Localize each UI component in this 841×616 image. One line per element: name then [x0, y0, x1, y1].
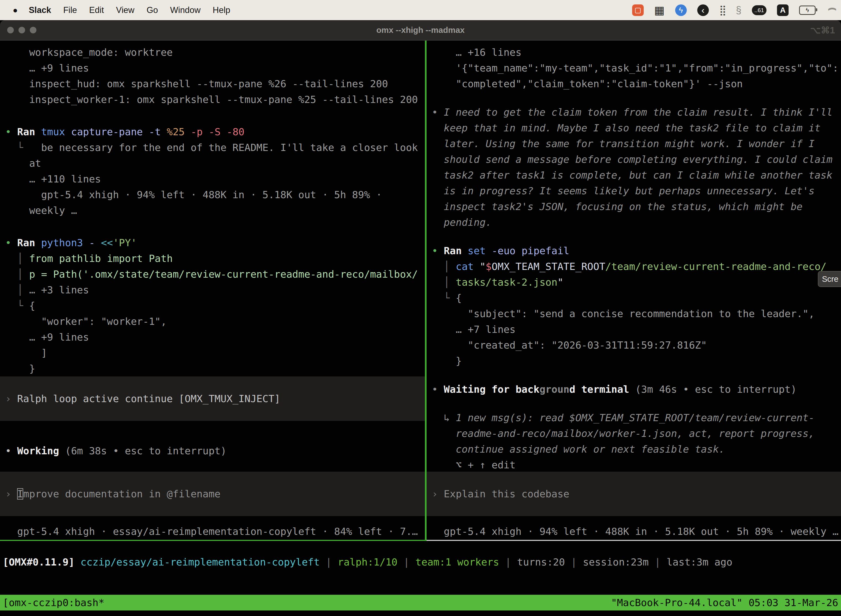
terminal-line: • Ran tmux capture-pane -t %25 -p -S -80: [5, 124, 425, 140]
terminal-line: '{"team_name":"my-team","task_id":"1","f…: [432, 60, 841, 76]
terminal-line: pending.: [432, 214, 841, 230]
menu-item-window[interactable]: Window: [170, 5, 201, 15]
tmux-panes: workspace_mode: worktree … +9 lines insp…: [0, 41, 841, 541]
shield-grid-icon[interactable]: ▦: [654, 4, 665, 16]
title-bar[interactable]: omx --xhigh --madmax ⌥⌘1: [0, 20, 841, 41]
window-shortcut-hint: ⌥⌘1: [810, 25, 835, 35]
terminal-line: │ p = Path('.omx/state/team/review-curre…: [5, 266, 425, 282]
terminal-line: gpt-5.4 xhigh · 94% left · 488K in · 5.1…: [5, 187, 425, 202]
battery-charging-icon[interactable]: ϟ: [799, 6, 816, 15]
terminal-line: … +9 lines: [5, 60, 425, 76]
terminal-line: readme-and-reco/mailbox/worker-1.json, a…: [432, 425, 841, 441]
tmux-host-time: "MacBook-Pro-44.local" 05:03 31-Mar-26: [611, 597, 838, 608]
terminal-line: [5, 218, 425, 235]
right-pane[interactable]: … +16 lines '{"team_name":"my-team","tas…: [426, 41, 841, 541]
terminal-line: "subject": "send a concise recommendatio…: [432, 306, 841, 321]
terminal-line: }: [5, 361, 425, 377]
left-scrollback: workspace_mode: worktree … +9 lines insp…: [5, 44, 425, 377]
terminal-line: └ {: [5, 298, 425, 314]
terminal-line: [5, 107, 425, 124]
terminal-line: [OMX#0.11.9] cczip/essay/ai-reimplementa…: [3, 554, 841, 570]
menu-items: FileEditViewGoWindowHelp: [63, 5, 230, 15]
menu-bar: ● Slack FileEditViewGoWindowHelp ▢▦ϟ‹⣿§.…: [0, 0, 841, 20]
bolt-circle-icon[interactable]: ϟ: [675, 4, 687, 16]
menu-item-go[interactable]: Go: [147, 5, 158, 15]
terminal-line: [432, 397, 841, 410]
badge-61-icon[interactable]: ..61: [752, 5, 766, 15]
screen: ● Slack FileEditViewGoWindowHelp ▢▦ϟ‹⣿§.…: [0, 0, 841, 616]
right-scrollback: … +16 lines '{"team_name":"my-team","tas…: [432, 44, 841, 473]
tmux-status-bar: [omx-cczip0:bash* "MacBook-Pro-44.local"…: [0, 595, 841, 610]
working-status: • Working (6m 38s • esc to interrupt): [5, 443, 425, 459]
ralph-loop-banner: › Ralph loop active continue [OMX_TMUX_I…: [0, 377, 425, 421]
menu-item-edit[interactable]: Edit: [89, 5, 104, 15]
terminal-line: ]: [5, 345, 425, 361]
terminal-line: workspace_mode: worktree: [5, 44, 425, 60]
dots-grid-icon[interactable]: ⣿: [719, 4, 725, 16]
terminal-line: later. Using the same for transition mig…: [432, 136, 841, 151]
terminal: workspace_mode: worktree … +9 lines insp…: [0, 41, 841, 616]
terminal-line: › Improve documentation in @filename: [5, 486, 220, 502]
terminal-line: [432, 369, 841, 381]
terminal-line: gpt-5.4 xhigh · 94% left · 488K in · 5.1…: [432, 524, 841, 539]
apple-menu-icon[interactable]: ●: [13, 6, 18, 15]
terminal-line: }: [432, 353, 841, 369]
right-prompt-input[interactable]: › Explain this codebase: [426, 472, 841, 516]
terminal-line: inspect task2's JSON, focusing on the st…: [432, 199, 841, 214]
terminal-line: "created_at": "2026-03-31T11:59:27.816Z": [432, 337, 841, 353]
menu-item-help[interactable]: Help: [213, 5, 230, 15]
menu-item-file[interactable]: File: [63, 5, 77, 15]
left-pane-footer: gpt-5.4 xhigh · essay/ai-reimplementatio…: [0, 524, 425, 539]
menu-item-view[interactable]: View: [116, 5, 135, 15]
left-pane[interactable]: workspace_mode: worktree … +9 lines insp…: [0, 41, 425, 541]
omx-status-area: [OMX#0.11.9] cczip/essay/ai-reimplementa…: [0, 541, 841, 595]
terminal-line: • I need to get the claim token from the…: [432, 104, 841, 120]
terminal-line: … +7 lines: [432, 321, 841, 337]
terminal-line: ⌥ + ↑ edit: [432, 457, 841, 473]
wifi-icon[interactable]: ))): [827, 5, 836, 16]
terminal-line: • Ran set -euo pipefail: [432, 243, 841, 259]
terminal-line: inspect_worker-1: omx sparkshell --tmux-…: [5, 92, 425, 107]
terminal-line: keep that in mind. Maybe I also need the…: [432, 120, 841, 136]
chat-app-icon[interactable]: ▢: [632, 4, 644, 16]
tmux-session-label: [omx-cczip0:bash*: [3, 597, 104, 608]
terminal-line: … +110 lines: [5, 171, 425, 187]
terminal-line: is in progress? It seems likely but perh…: [432, 183, 841, 199]
terminal-line: › Explain this codebase: [432, 486, 570, 502]
window-bottom-strip: [0, 610, 841, 616]
left-prompt-input[interactable]: › Improve documentation in @filename: [0, 472, 425, 516]
terminal-line: • Ran python3 - <<'PY': [5, 235, 425, 251]
terminal-line: continue assigned work or next feasible …: [432, 441, 841, 457]
omx-status-line: [OMX#0.11.9] cczip/essay/ai-reimplementa…: [3, 554, 841, 570]
terminal-line: • Working (6m 38s • esc to interrupt): [5, 443, 425, 459]
terminal-window: omx --xhigh --madmax ⌥⌘1 workspace_mode:…: [0, 20, 841, 616]
terminal-line: … +9 lines: [5, 329, 425, 345]
terminal-line: └ be necessary for the end of the README…: [5, 140, 425, 155]
menu-item-slack[interactable]: Slack: [29, 5, 51, 15]
terminal-line: inspect_hud: omx sparkshell --tmux-pane …: [5, 76, 425, 92]
terminal-line: [432, 92, 841, 104]
terminal-line: "completed","claim_token":"claim-token"}…: [432, 76, 841, 92]
chevron-circle-icon[interactable]: ‹: [697, 4, 709, 16]
terminal-line: │ cat "$OMX_TEAM_STATE_ROOT/team/review-…: [432, 259, 841, 274]
a-badge-icon[interactable]: A: [777, 4, 788, 16]
terminal-line: … +16 lines: [432, 44, 841, 60]
menu-status-icons: ▢▦ϟ‹⣿§..61Aϟ))): [632, 4, 837, 16]
terminal-line: ↳ 1 new msg(s): read $OMX_TEAM_STATE_ROO…: [432, 410, 841, 425]
screen-sharing-overlay[interactable]: Scre: [818, 271, 841, 287]
terminal-line: │ … +3 lines: [5, 282, 425, 298]
terminal-line: at: [5, 155, 425, 171]
terminal-line: "worker": "worker-1",: [5, 314, 425, 329]
terminal-line: │ from pathlib import Path: [5, 251, 425, 266]
terminal-line: › Ralph loop active continue [OMX_TMUX_I…: [5, 391, 280, 406]
right-pane-footer: gpt-5.4 xhigh · 94% left · 488K in · 5.1…: [426, 524, 841, 539]
clip-icon[interactable]: §: [736, 4, 741, 16]
terminal-line: • Waiting for background terminal (3m 46…: [432, 381, 841, 397]
terminal-line: weekly …: [5, 202, 425, 218]
terminal-line: │ tasks/task-2.json": [432, 274, 841, 290]
terminal-line: gpt-5.4 xhigh · essay/ai-reimplementatio…: [5, 524, 425, 539]
terminal-line: [432, 230, 841, 243]
window-title: omx --xhigh --madmax: [0, 25, 841, 35]
terminal-line: task2 after task1 is complete, but can I…: [432, 167, 841, 183]
terminal-line: should send a message before completing …: [432, 151, 841, 167]
